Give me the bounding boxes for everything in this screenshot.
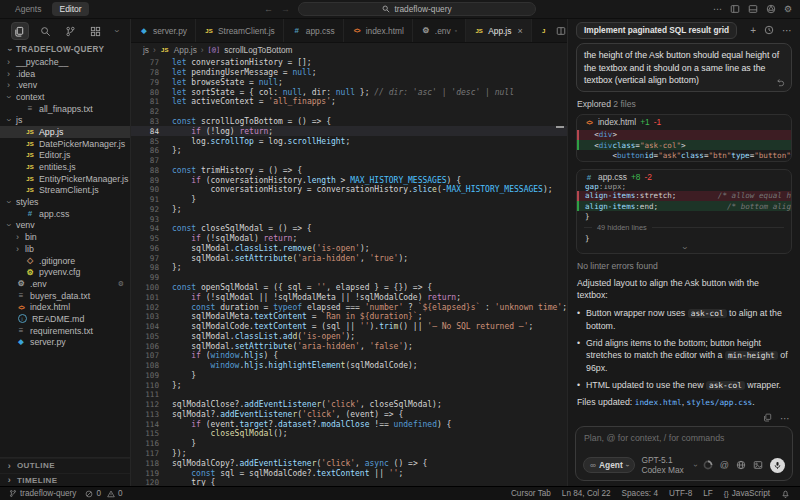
attach-image-icon[interactable] bbox=[753, 460, 763, 470]
search-icon[interactable] bbox=[38, 23, 54, 39]
explorer-item-requirements.txt[interactable]: ≡requirements.txt bbox=[0, 325, 130, 337]
explorer-item-entities.js[interactable]: JSentities.js bbox=[0, 161, 130, 173]
explorer-item-styles[interactable]: ›styles bbox=[0, 196, 130, 208]
updated-file-link[interactable]: styles/app.css bbox=[687, 398, 753, 407]
explorer-item-StreamClient.js[interactable]: JSStreamClient.js bbox=[0, 185, 130, 197]
status-language[interactable]: {}JavaScript bbox=[724, 489, 770, 498]
user-message-card[interactable]: the height of the Ask button should equa… bbox=[576, 43, 792, 92]
layout-sidebar-icon[interactable] bbox=[730, 4, 740, 14]
titlebar-center: ← → tradeflow-query bbox=[264, 2, 536, 16]
explorer-item-.venv[interactable]: ›.venv bbox=[0, 79, 130, 91]
diff-card-index-html[interactable]: <>index.html+1-1 <div> <div class="ask-c… bbox=[576, 114, 792, 162]
titlebar-tab-editor[interactable]: Editor bbox=[52, 2, 88, 16]
usage-meter-icon[interactable] bbox=[703, 460, 713, 470]
titlebar-tab-agents[interactable]: Agents bbox=[8, 2, 48, 16]
model-selector[interactable]: GPT-5.1 Codex Max › bbox=[641, 455, 696, 475]
thread-more-icon[interactable]: ⋯ bbox=[782, 25, 792, 36]
nav-forward-icon[interactable]: → bbox=[281, 4, 290, 14]
status-lf[interactable]: LF bbox=[703, 489, 713, 498]
more-icon[interactable]: ⋯ bbox=[713, 4, 722, 14]
breadcrumb-item[interactable]: App.js bbox=[174, 45, 197, 55]
explorer-item-pyvenv.cfg[interactable]: ⚙pyvenv.cfg bbox=[0, 266, 130, 278]
status-ln-84-col-22[interactable]: Ln 84, Col 22 bbox=[562, 489, 611, 498]
explorer-item-DatePickerManager.js[interactable]: JSDatePickerManager.js bbox=[0, 138, 130, 150]
copy-response-icon[interactable] bbox=[763, 413, 772, 424]
breadcrumb[interactable]: js›JSApp.js›[@]scrollLogToBottom bbox=[131, 43, 567, 56]
diff-expand-chevron-icon[interactable]: › bbox=[577, 243, 791, 253]
editor-tab-App.js[interactable]: JSApp.js× bbox=[466, 19, 532, 42]
explorer-item-.gitignore[interactable]: ◇.gitignore bbox=[0, 255, 130, 267]
diff-card-app-css[interactable]: #app.css+8-2 gap:10px; align-items:stret… bbox=[576, 169, 792, 255]
code-editor[interactable]: 77let conversationHistory = [];78let pen… bbox=[131, 56, 567, 487]
status-utf-8[interactable]: UTF-8 bbox=[669, 489, 692, 498]
explorer-item-label: bin bbox=[25, 232, 37, 242]
explorer-root[interactable]: › TRADEFLOW-QUERY bbox=[0, 43, 130, 56]
browser-icon[interactable] bbox=[736, 460, 746, 470]
history-icon[interactable] bbox=[764, 25, 774, 35]
updated-file-link[interactable]: index.html bbox=[635, 398, 682, 407]
explorer-item-Editor.js[interactable]: JSEditor.js bbox=[0, 150, 130, 162]
explorer-item-venv[interactable]: ›venv bbox=[0, 220, 130, 232]
diff-file-name: index.html bbox=[598, 117, 636, 127]
command-search[interactable]: tradeflow-query bbox=[298, 2, 536, 16]
explorer-item-EntityPickerManager.js[interactable]: JSEntityPickerManager.js bbox=[0, 173, 130, 185]
status-cursor-tab[interactable]: Cursor Tab bbox=[511, 489, 551, 498]
response-more-icon[interactable]: ⋯ bbox=[780, 413, 790, 424]
split-editor-icon[interactable] bbox=[556, 26, 566, 36]
editor-tab-index.html[interactable]: <>index.html bbox=[344, 19, 413, 42]
status-spaces-4[interactable]: Spaces: 4 bbox=[622, 489, 658, 498]
panel-timeline[interactable]: ›TIMELINE bbox=[0, 473, 130, 488]
tab-close-icon[interactable]: × bbox=[517, 26, 522, 36]
notifications-bell-icon[interactable] bbox=[781, 489, 790, 498]
explorer-item-app.css[interactable]: #app.css bbox=[0, 208, 130, 220]
mode-selector[interactable]: ∞ Agent › bbox=[583, 457, 635, 473]
extensions-icon[interactable] bbox=[88, 23, 104, 39]
explorer-item-.env[interactable]: ⚙.env⚙ bbox=[0, 278, 130, 290]
mention-icon[interactable]: @ bbox=[720, 460, 729, 470]
assistant-input-toolbar: ∞ Agent › GPT-5.1 Codex Max › @ bbox=[583, 455, 785, 475]
nav-back-icon[interactable]: ← bbox=[264, 4, 273, 14]
explorer-item-server.py[interactable]: ◆server.py bbox=[0, 337, 130, 349]
overflow-tab-icon[interactable]: J bbox=[539, 28, 549, 34]
breadcrumb-item[interactable]: scrollLogToBottom bbox=[224, 45, 292, 55]
explorer-item-js[interactable]: ›js bbox=[0, 114, 130, 126]
new-chat-icon[interactable]: + bbox=[750, 25, 756, 36]
explorer-item-README.md[interactable]: iREADME.md bbox=[0, 313, 130, 325]
panel-outline[interactable]: ›OUTLINE bbox=[0, 458, 130, 473]
explorer-item-lib[interactable]: ›lib bbox=[0, 243, 130, 255]
editor-tab-app.css[interactable]: #app.css bbox=[284, 19, 344, 42]
problems-indicator[interactable]: 0 0 bbox=[85, 489, 122, 498]
explorer-item-.idea[interactable]: ›.idea bbox=[0, 68, 130, 80]
code-line-101: 101 if (!sqlModal || !sqlModalMeta || !s… bbox=[131, 292, 567, 302]
line-number: 101 bbox=[131, 293, 172, 302]
git-branch-icon bbox=[9, 489, 17, 498]
gear-icon[interactable]: ⚙ bbox=[784, 4, 792, 14]
editor-tab-StreamClient.js[interactable]: JSStreamClient.js bbox=[196, 19, 284, 42]
explorer-item-bin[interactable]: ›bin bbox=[0, 231, 130, 243]
breadcrumb-item[interactable]: js bbox=[143, 45, 149, 55]
code-text: window.hljs.highlightElement(sqlModalCod… bbox=[172, 361, 418, 370]
explorer-item-index.html[interactable]: <>index.html bbox=[0, 301, 130, 313]
source-control-icon[interactable] bbox=[63, 23, 79, 39]
explorer-icon[interactable] bbox=[11, 22, 29, 40]
editor-tab-.env[interactable]: ⚙.env◦ bbox=[413, 19, 466, 42]
voice-input-button[interactable] bbox=[770, 458, 785, 473]
diff-card-header[interactable]: <>index.html+1-1 bbox=[577, 115, 791, 130]
restore-checkpoint-icon[interactable] bbox=[776, 78, 785, 87]
code-text: } bbox=[172, 439, 196, 448]
explorer-item-__pycache__[interactable]: ›__pycache__ bbox=[0, 56, 130, 68]
explorer-item-App.js[interactable]: JSApp.js bbox=[0, 126, 130, 138]
explorer-item-buyers_data.txt[interactable]: ≡buyers_data.txt bbox=[0, 290, 130, 302]
explorer-item-context[interactable]: ›context bbox=[0, 91, 130, 103]
diff-hidden-lines[interactable]: 49 hidden lines bbox=[577, 222, 791, 233]
assistant-thread-title[interactable]: Implement paginated SQL result grid bbox=[576, 22, 737, 39]
summary-bullet: HTML updated to use the new ask-col wrap… bbox=[576, 379, 792, 392]
editor-tab-server.py[interactable]: ◆server.py bbox=[131, 19, 196, 42]
branch-indicator[interactable]: tradeflow-query bbox=[9, 489, 76, 498]
layout-panel-icon[interactable] bbox=[748, 4, 758, 14]
assistant-input[interactable]: Plan, @ for context, / for commands ∞ Ag… bbox=[575, 426, 793, 481]
diff-card-header[interactable]: #app.css+8-2 bbox=[577, 170, 791, 185]
logo-icon[interactable] bbox=[766, 4, 776, 14]
toolbar-chevron-icon[interactable]: › bbox=[113, 26, 120, 36]
explorer-item-all_finapps.txt[interactable]: ≡all_finapps.txt bbox=[0, 103, 130, 115]
